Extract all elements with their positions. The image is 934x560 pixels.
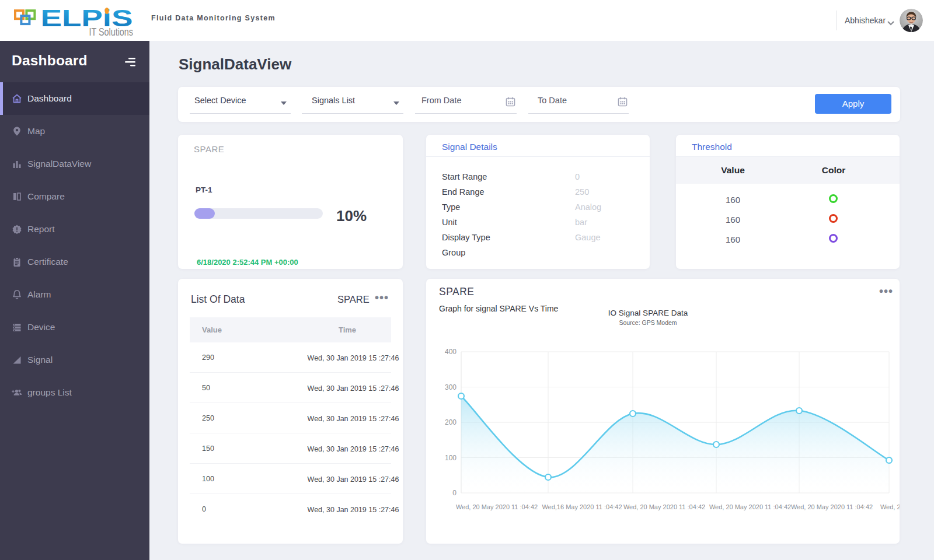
- svg-text:Wed, 20 May 2020 11 :04:42: Wed, 20 May 2020 11 :04:42: [709, 503, 791, 510]
- svg-text:300: 300: [445, 383, 456, 391]
- svg-text:0: 0: [452, 489, 456, 497]
- svg-text:400: 400: [445, 348, 456, 356]
- svg-text:Wed, 20 May 2020 11 :04:42: Wed, 20 May 2020 11 :04:42: [880, 503, 900, 510]
- svg-text:Wed, 20 May 2020 11 :04:42: Wed, 20 May 2020 11 :04:42: [791, 503, 873, 510]
- svg-text:Wed, 20 May 2020 11 :04:42: Wed, 20 May 2020 11 :04:42: [623, 503, 705, 510]
- svg-text:200: 200: [445, 418, 456, 426]
- svg-text:IT Solutions: IT Solutions: [89, 26, 133, 37]
- svg-text:Wed, 20 May 2020 11 :04:42: Wed, 20 May 2020 11 :04:42: [456, 503, 538, 510]
- svg-text:Wed,16 May 2020 11 :04:42: Wed,16 May 2020 11 :04:42: [542, 503, 622, 510]
- svg-text:100: 100: [445, 454, 456, 462]
